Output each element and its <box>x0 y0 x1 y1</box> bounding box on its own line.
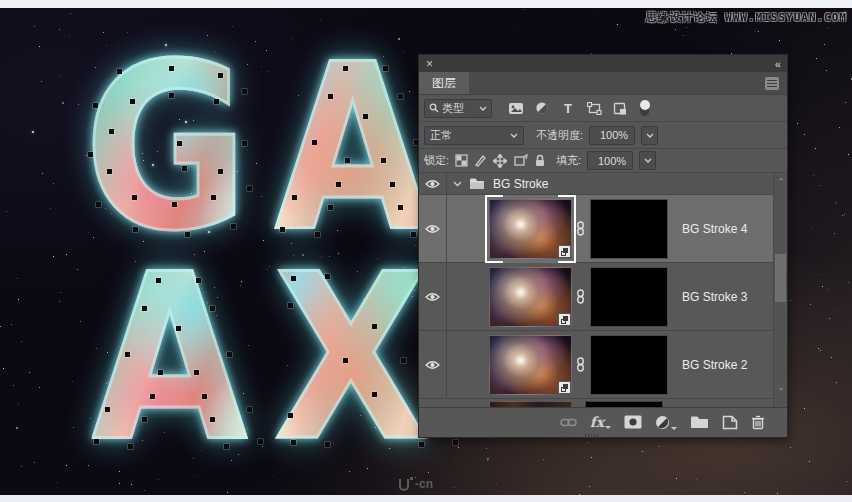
visibility-eye-icon[interactable] <box>419 195 447 262</box>
filter-row: 类型 T <box>419 95 787 122</box>
fill-value: 100% <box>598 155 626 167</box>
scroll-up-icon[interactable]: ⌃ <box>774 178 787 187</box>
layer-row[interactable]: BG Stroke 2 <box>419 331 773 399</box>
layers-panel: × ‹‹ 图层 类型 T <box>419 55 787 437</box>
lock-all-icon[interactable] <box>534 154 546 167</box>
mask-link-icon[interactable] <box>576 357 588 372</box>
blend-mode-select[interactable]: 正常 <box>424 126 524 145</box>
layer-mask-thumbnail[interactable] <box>590 199 668 259</box>
panel-menu-icon[interactable] <box>765 77 779 90</box>
layer-name: BG Stroke 2 <box>682 358 747 372</box>
layer-name: BG Stroke 4 <box>682 222 747 236</box>
opacity-slider-button[interactable] <box>641 126 658 145</box>
bottom-white-strip <box>0 495 852 502</box>
layer-mask-thumbnail[interactable] <box>590 335 668 395</box>
scrollbar-thumb[interactable] <box>775 254 786 302</box>
layer-thumbnail[interactable] <box>489 335 572 395</box>
group-folder-icon <box>469 177 486 190</box>
path-anchor-points-line-1[interactable] <box>84 34 454 244</box>
layer-row-partial[interactable] <box>419 399 773 407</box>
panel-resize-grip[interactable] <box>585 434 598 438</box>
new-layer-icon[interactable] <box>722 415 738 430</box>
visibility-eye-icon[interactable] <box>419 263 447 330</box>
fill-value-field[interactable]: 100% <box>587 151 633 170</box>
layer-list: BG Stroke BG Stroke 4 BG Stroke 3 <box>419 173 787 407</box>
opacity-label: 不透明度: <box>536 128 583 143</box>
type-filter-icon[interactable]: T <box>558 99 578 118</box>
filter-toggle[interactable] <box>640 101 649 116</box>
chevron-down-icon <box>644 158 652 163</box>
mask-link-icon[interactable] <box>576 221 588 236</box>
fill-slider-button[interactable] <box>639 151 656 170</box>
smart-object-filter-icon[interactable] <box>610 99 630 118</box>
group-row-bg-stroke[interactable]: BG Stroke <box>419 173 773 195</box>
pixel-filter-icon[interactable] <box>506 99 526 118</box>
chevron-down-icon <box>510 133 518 138</box>
scroll-down-icon[interactable]: ⌄ <box>774 383 787 392</box>
tab-layers[interactable]: 图层 <box>419 72 469 94</box>
visibility-eye-icon[interactable] <box>419 173 447 194</box>
mask-link-icon[interactable] <box>576 289 588 304</box>
adjustment-filter-icon[interactable] <box>532 99 552 118</box>
blend-row: 正常 不透明度: 100% <box>419 122 787 149</box>
forum-watermark: 思缘设计论坛 WWW.MISSYUAN.COM <box>645 10 847 25</box>
path-anchor-points-line-2[interactable] <box>92 244 462 454</box>
chevron-down-icon <box>479 106 487 111</box>
filter-type-label: 类型 <box>442 101 464 116</box>
scrollbar[interactable]: ⌃ ⌄ <box>773 173 787 407</box>
close-icon[interactable]: × <box>426 58 433 70</box>
lock-row: 锁定: 填充: 100% <box>419 149 787 173</box>
panel-titlebar: × ‹‹ <box>419 55 787 72</box>
layer-mask-icon[interactable] <box>624 415 642 429</box>
fill-label: 填充: <box>556 153 581 168</box>
layer-thumbnail[interactable] <box>489 267 572 327</box>
blend-mode-value: 正常 <box>430 128 452 143</box>
panel-tabbar: 图层 <box>419 72 787 95</box>
link-icon[interactable] <box>560 418 577 427</box>
lock-paint-icon[interactable] <box>474 154 487 167</box>
layer-thumbnail[interactable] <box>489 199 572 259</box>
shape-filter-icon[interactable] <box>584 99 604 118</box>
lock-transparency-icon[interactable] <box>455 154 468 167</box>
adjustment-icon[interactable] <box>655 415 677 430</box>
visibility-eye-icon[interactable] <box>419 331 447 398</box>
lock-artboard-icon[interactable] <box>513 154 528 167</box>
layer-name: BG Stroke 3 <box>682 290 747 304</box>
top-white-strip <box>0 0 852 8</box>
collapse-panel-icon[interactable]: ‹‹ <box>775 58 780 70</box>
layer-row[interactable]: BG Stroke 4 <box>419 195 773 263</box>
ui-cn-logo-icon <box>399 477 413 491</box>
search-icon <box>429 103 439 113</box>
layer-mask-thumbnail[interactable] <box>590 267 668 327</box>
lock-label: 锁定: <box>424 153 449 168</box>
delete-icon[interactable] <box>751 415 765 430</box>
ui-cn-watermark-text: -cn <box>415 477 433 491</box>
ui-cn-watermark: -cn <box>399 477 433 491</box>
opacity-value-field[interactable]: 100% <box>589 126 635 145</box>
group-expand-chevron-icon[interactable] <box>453 181 462 187</box>
layer-row[interactable]: BG Stroke 3 <box>419 263 773 331</box>
chevron-down-icon <box>646 133 654 138</box>
lock-move-icon[interactable] <box>493 154 507 168</box>
group-name: BG Stroke <box>493 177 548 191</box>
panel-bottom-toolbar: fx <box>419 407 787 436</box>
filter-type-dropdown[interactable]: 类型 <box>424 99 492 118</box>
layer-style-icon[interactable]: fx <box>590 414 611 430</box>
smart-object-badge-icon <box>558 313 571 326</box>
new-group-icon[interactable] <box>690 415 709 429</box>
screenshot-root: GA AX 思缘设计论坛 WWW.MISSYUAN.COM -cn × ‹‹ 图… <box>0 0 852 502</box>
smart-object-badge-icon <box>558 245 571 258</box>
opacity-value: 100% <box>600 129 628 141</box>
smart-object-badge-icon <box>558 381 571 394</box>
